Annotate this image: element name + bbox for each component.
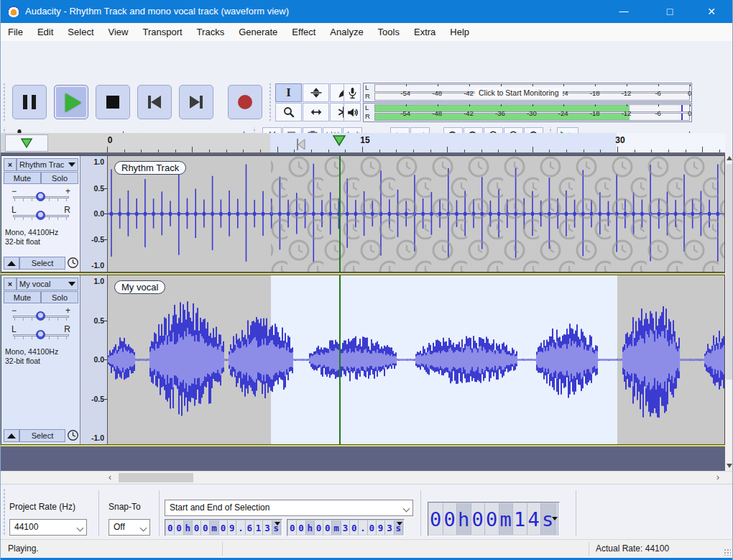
timeshift-tool-button[interactable]	[303, 103, 329, 121]
time-digit[interactable]: 0	[471, 503, 486, 535]
time-unit[interactable]: m	[210, 520, 218, 535]
time-digit[interactable]: 9	[377, 520, 385, 535]
clip-label[interactable]: My vocal	[114, 280, 165, 294]
track-menu-button[interactable]: My vocal	[17, 277, 78, 290]
time-digit[interactable]: 3	[263, 520, 272, 535]
time-digit[interactable]: 0	[429, 503, 443, 535]
scroll-up-arrow[interactable]	[727, 156, 732, 160]
track-rhythm-waveform[interactable]: Rhythm Track	[108, 156, 724, 272]
selection-start-time[interactable]: 00h00m09.613s	[165, 519, 282, 536]
menu-select[interactable]: Select	[60, 23, 101, 41]
scroll-right-arrow[interactable]: ›	[716, 472, 719, 482]
menu-file[interactable]: File	[1, 23, 30, 41]
time-format-arrow[interactable]	[275, 522, 280, 525]
time-format-arrow[interactable]	[552, 517, 558, 520]
menu-transport[interactable]: Transport	[135, 23, 189, 41]
time-digit[interactable]: 3	[341, 520, 350, 535]
time-unit[interactable]: h	[457, 503, 471, 535]
mute-button[interactable]: Mute	[4, 291, 41, 303]
track-vocal-waveform[interactable]: My vocal	[108, 275, 724, 444]
track-rhythm-vertical-ruler[interactable]: 1.0 0.5 0.0 -0.5 -1.0	[80, 156, 108, 272]
zoom-tool-button[interactable]	[275, 103, 302, 121]
time-digit[interactable]: 0	[175, 520, 183, 535]
time-digit[interactable]: 9	[228, 520, 236, 535]
pinned-play-head-button[interactable]	[5, 134, 48, 152]
horizontal-scroll-thumb[interactable]	[119, 473, 193, 482]
time-digit[interactable]: 0	[350, 520, 359, 535]
menu-generate[interactable]: Generate	[231, 23, 285, 41]
menu-tracks[interactable]: Tracks	[190, 23, 232, 41]
time-digit[interactable]: 0	[323, 520, 332, 535]
time-unit[interactable]: m	[332, 520, 341, 535]
play-meter-speaker-button[interactable]	[344, 103, 361, 121]
selection-tool-button[interactable]: I	[275, 83, 302, 102]
recording-meter[interactable]: LR -54-48-42-36-30-24-18-12-60 Click to …	[363, 83, 692, 102]
scroll-left-arrow[interactable]: ‹	[109, 472, 111, 482]
time-digit[interactable]: 0	[315, 520, 323, 535]
track-pan-slider[interactable]: LR	[11, 208, 70, 221]
scroll-down-arrow[interactable]	[727, 464, 732, 468]
timeline-ruler[interactable]: 0 15 30	[1, 133, 725, 153]
selection-end-time[interactable]: 00h00m30.093s	[287, 519, 405, 536]
selection-toolbar-grip[interactable]	[2, 489, 6, 535]
time-format-arrow[interactable]	[397, 522, 402, 525]
skip-to-start-button[interactable]	[137, 85, 172, 119]
clip-label[interactable]: Rhythm Track	[114, 161, 186, 175]
track-select-button[interactable]: Select	[19, 257, 65, 270]
time-digit[interactable]: 3	[385, 520, 394, 535]
menu-tools[interactable]: Tools	[371, 23, 407, 41]
track-close-button[interactable]: ×	[4, 158, 17, 171]
time-digit[interactable]: 6	[246, 520, 254, 535]
menu-effect[interactable]: Effect	[285, 23, 323, 41]
envelope-tool-button[interactable]	[303, 83, 329, 102]
time-digit[interactable]: 0	[201, 520, 210, 535]
track-vocal-vertical-ruler[interactable]: 1.0 0.5 0.0 -0.5 -1.0	[80, 275, 108, 444]
pause-button[interactable]	[12, 85, 47, 119]
tools-toolbar-grip[interactable]	[268, 83, 272, 121]
time-digit[interactable]: 0	[166, 520, 175, 535]
menu-edit[interactable]: Edit	[30, 23, 60, 41]
time-unit[interactable]: h	[306, 520, 315, 535]
menu-analyze[interactable]: Analyze	[323, 23, 370, 41]
time-unit[interactable]: h	[184, 520, 193, 535]
time-digit[interactable]: 0	[193, 520, 201, 535]
time-unit[interactable]: m	[499, 503, 514, 535]
track-gain-slider[interactable]: −+	[11, 308, 70, 321]
resize-grip[interactable]	[724, 548, 731, 556]
time-digit[interactable]: 0	[288, 520, 297, 535]
time-digit[interactable]: .	[359, 520, 367, 535]
solo-button[interactable]: Solo	[41, 172, 78, 184]
time-digit[interactable]: 0	[368, 520, 377, 535]
track-select-button[interactable]: Select	[19, 429, 65, 442]
solo-button[interactable]: Solo	[41, 291, 78, 303]
menu-extra[interactable]: Extra	[407, 23, 443, 41]
project-rate-select[interactable]: 44100	[9, 519, 87, 536]
transport-toolbar-grip[interactable]	[2, 83, 6, 121]
vertical-scroll-thumb[interactable]	[726, 164, 733, 380]
track-gain-slider[interactable]: −+	[11, 189, 70, 202]
mute-button[interactable]: Mute	[4, 172, 41, 184]
time-digit[interactable]: 4	[527, 503, 542, 535]
record-button[interactable]	[228, 85, 262, 119]
collapse-track-button[interactable]	[4, 429, 19, 442]
minimize-button[interactable]: —	[607, 0, 640, 23]
play-button[interactable]	[54, 85, 88, 119]
skip-to-end-button[interactable]	[179, 85, 213, 119]
menu-help[interactable]: Help	[443, 23, 476, 41]
menu-view[interactable]: View	[101, 23, 136, 41]
record-meter-mic-button[interactable]	[344, 83, 361, 102]
time-digit[interactable]: 1	[513, 503, 527, 535]
track-menu-button[interactable]: Rhythm Trac	[17, 158, 78, 171]
playback-meter[interactable]: LR -54-48-42-36-30-24-18-12-60	[363, 103, 692, 122]
time-digit[interactable]: 0	[297, 520, 305, 535]
time-digit[interactable]: 0	[219, 520, 228, 535]
playhead-triangle[interactable]	[332, 135, 346, 147]
snap-to-select[interactable]: Off	[109, 519, 150, 536]
stop-button[interactable]	[96, 85, 130, 119]
time-digit[interactable]: .	[236, 520, 245, 535]
track-close-button[interactable]: ×	[4, 277, 17, 290]
collapse-track-button[interactable]	[4, 257, 19, 270]
maximize-button[interactable]: □	[653, 0, 686, 23]
close-button[interactable]: ✕	[695, 0, 728, 23]
horizontal-scrollbar[interactable]: ‹ ›	[1, 471, 733, 484]
